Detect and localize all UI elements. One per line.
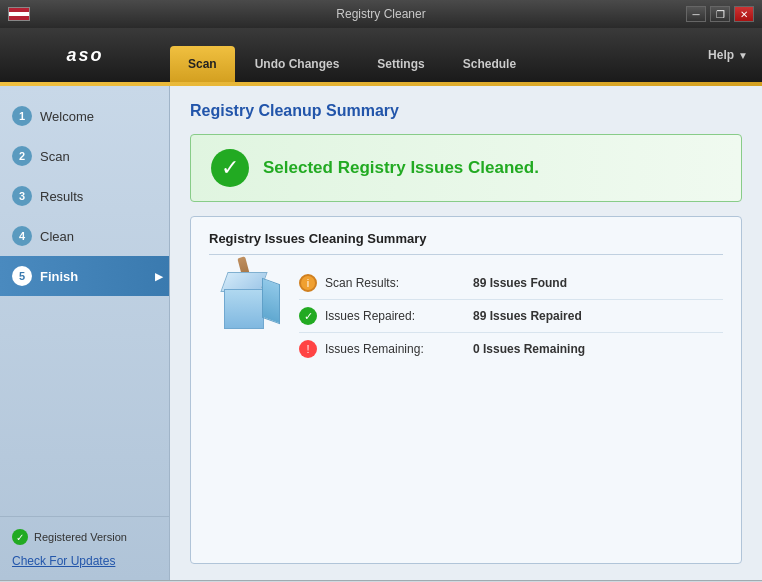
success-icon: ✓: [299, 307, 317, 325]
sidebar-label-scan: Scan: [40, 149, 70, 164]
title-bar-controls: ─ ❐ ✕: [686, 6, 754, 22]
step-number-clean: 4: [12, 226, 32, 246]
sidebar-label-welcome: Welcome: [40, 109, 94, 124]
success-banner: ✓ Selected Registry Issues Cleaned.: [190, 134, 742, 202]
registered-badge: ✓ Registered Version: [12, 529, 157, 545]
sidebar: 1 Welcome 2 Scan 3 Results 4 Clean 5: [0, 86, 170, 580]
sidebar-label-results: Results: [40, 189, 83, 204]
issues-remaining-label: Issues Remaining:: [325, 342, 465, 356]
scan-results-label: Scan Results:: [325, 276, 465, 290]
step-number-scan: 2: [12, 146, 32, 166]
warning-icon: !: [299, 340, 317, 358]
sidebar-item-finish[interactable]: 5 Finish: [0, 256, 169, 296]
step-number-welcome: 1: [12, 106, 32, 126]
tab-schedule[interactable]: Schedule: [445, 46, 534, 82]
success-text: Selected Registry Issues Cleaned.: [263, 158, 539, 178]
help-button[interactable]: Help ▼: [694, 28, 762, 82]
tab-scan[interactable]: Scan: [170, 46, 235, 82]
restore-button[interactable]: ❐: [710, 6, 730, 22]
step-number-results: 3: [12, 186, 32, 206]
registered-label: Registered Version: [34, 531, 127, 543]
minimize-button[interactable]: ─: [686, 6, 706, 22]
sidebar-bottom: ✓ Registered Version Check For Updates: [0, 516, 169, 580]
row-scan-results: i Scan Results: 89 Issues Found: [299, 267, 723, 300]
summary-box: Registry Issues Cleaning Summary i: [190, 216, 742, 564]
issues-repaired-value: 89 Issues Repaired: [473, 309, 582, 323]
row-issues-remaining: ! Issues Remaining: 0 Issues Remaining: [299, 333, 723, 365]
title-bar-left: [8, 7, 30, 21]
sidebar-item-scan[interactable]: 2 Scan: [0, 136, 169, 176]
content-area: Registry Cleanup Summary ✓ Selected Regi…: [170, 86, 762, 580]
crystal-cube-icon: [214, 267, 274, 337]
summary-title: Registry Issues Cleaning Summary: [209, 231, 723, 255]
row-issues-repaired: ✓ Issues Repaired: 89 Issues Repaired: [299, 300, 723, 333]
success-check-icon: ✓: [211, 149, 249, 187]
nav-tabs: Scan Undo Changes Settings Schedule: [170, 28, 694, 82]
app-logo: aso: [66, 45, 103, 66]
sidebar-label-clean: Clean: [40, 229, 74, 244]
issues-repaired-label: Issues Repaired:: [325, 309, 465, 323]
step-number-finish: 5: [12, 266, 32, 286]
nav-bar: aso Scan Undo Changes Settings Schedule …: [0, 28, 762, 82]
window-title: Registry Cleaner: [336, 7, 425, 21]
main-layout: 1 Welcome 2 Scan 3 Results 4 Clean 5: [0, 86, 762, 580]
flag-icon: [8, 7, 30, 21]
sidebar-label-finish: Finish: [40, 269, 78, 284]
registered-check-icon: ✓: [12, 529, 28, 545]
sidebar-item-clean[interactable]: 4 Clean: [0, 216, 169, 256]
check-updates-link[interactable]: Check For Updates: [12, 554, 115, 568]
page-title: Registry Cleanup Summary: [190, 102, 742, 120]
scan-results-value: 89 Issues Found: [473, 276, 567, 290]
help-dropdown-icon: ▼: [738, 50, 748, 61]
summary-icon-area: [209, 267, 279, 337]
tab-settings[interactable]: Settings: [359, 46, 442, 82]
summary-rows: i Scan Results: 89 Issues Found ✓ Issues…: [299, 267, 723, 365]
close-button[interactable]: ✕: [734, 6, 754, 22]
title-bar: Registry Cleaner ─ ❐ ✕: [0, 0, 762, 28]
issues-remaining-value: 0 Issues Remaining: [473, 342, 585, 356]
sidebar-item-welcome[interactable]: 1 Welcome: [0, 96, 169, 136]
sidebar-item-results[interactable]: 3 Results: [0, 176, 169, 216]
info-icon: i: [299, 274, 317, 292]
summary-content: i Scan Results: 89 Issues Found ✓ Issues…: [209, 267, 723, 365]
tab-undo-changes[interactable]: Undo Changes: [237, 46, 358, 82]
logo-area: aso: [0, 28, 170, 82]
